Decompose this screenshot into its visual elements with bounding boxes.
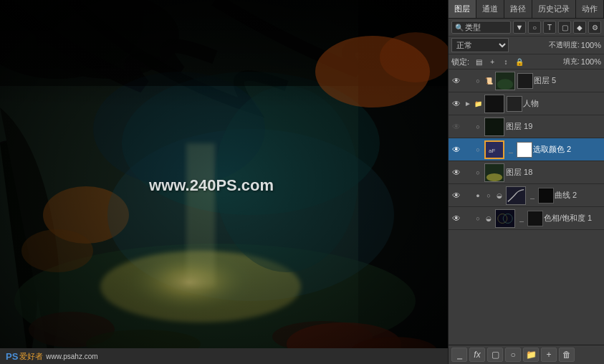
layers-list[interactable]: 👁 ○ 📜 图层 5 👁 ► 📁	[449, 70, 604, 345]
layer-icons: ○ 📜	[473, 76, 494, 86]
layer-item[interactable]: 👁 ○ ◒ ⎯ 色相/饱和度 1	[449, 207, 604, 230]
layer-name: 图层 5	[534, 75, 603, 86]
forest-background	[0, 0, 448, 364]
layer-icon: ○	[473, 122, 483, 132]
layer-icons: ● ○ ◒	[473, 191, 504, 201]
layer-thumbnail	[495, 209, 515, 228]
site-text: 爱好者	[19, 351, 43, 362]
layer-mask-thumbnail	[517, 73, 533, 89]
blend-row: 正常 溶解 正片叠底 滤色 不透明度: 100%	[449, 37, 604, 54]
add-adjustment-btn[interactable]: ○	[505, 348, 521, 362]
filter-icon-btn1[interactable]: ○	[528, 21, 541, 34]
layer-fx-icon: 📜	[484, 76, 494, 86]
layer-visibility-icon[interactable]: 👁	[450, 168, 463, 178]
bottom-bar: PS 爱好者 www.psahz.com	[0, 348, 448, 364]
layer-thumbnail	[506, 186, 526, 205]
layer-mask-thumbnail	[538, 188, 554, 203]
layer-icons: ○ ◒	[473, 214, 494, 224]
layer-thumbnail: aF	[484, 140, 504, 159]
opacity-value[interactable]: 100%	[581, 41, 601, 49]
layer-name: 色相/饱和度 1	[544, 213, 603, 224]
delete-layer-btn[interactable]: 🗑	[559, 348, 575, 362]
layer-visibility-icon[interactable]: 👁	[450, 76, 463, 86]
opacity-label: 不透明度:	[549, 40, 580, 50]
svg-point-27	[497, 79, 513, 90]
layer-item[interactable]: 👁 ○ 📜 图层 5	[449, 70, 604, 92]
filter-input[interactable]	[465, 23, 494, 32]
layer-visibility-icon[interactable]: 👁	[450, 145, 463, 155]
layer-icons: ○	[473, 122, 483, 132]
lock-transparency-btn[interactable]: ▤	[473, 56, 484, 67]
layer-name: 曲线 2	[555, 190, 603, 201]
layer-icon2: ○	[484, 191, 494, 201]
layer-icon: ●	[473, 191, 483, 201]
svg-point-34	[486, 173, 502, 181]
layer-visibility-icon[interactable]: 👁	[450, 214, 463, 224]
filter-icon-btn2[interactable]: T	[543, 21, 556, 34]
filter-icon-btn3[interactable]: ▢	[558, 21, 571, 34]
lock-all-btn[interactable]: 🔒	[514, 56, 525, 67]
svg-rect-30	[485, 118, 504, 135]
panel-tabs: 图层 通道 路径 历史记录 动作	[449, 0, 604, 19]
tab-paths[interactable]: 路径	[504, 0, 532, 18]
bottom-actions: ⎯ fx ▢ ○ 📁 + 🗑	[449, 345, 604, 364]
site-url: www.psahz.com	[46, 353, 97, 360]
layer-thumbnail	[484, 95, 504, 113]
layer-visibility-icon[interactable]: 👁	[450, 191, 463, 201]
fill-row: 填充: 100%	[563, 57, 601, 67]
search-icon: 🔍	[455, 24, 464, 32]
layer-chain-link: ⎯	[517, 214, 527, 222]
tab-history[interactable]: 历史记录	[532, 0, 576, 18]
layer-visibility-icon[interactable]: 👁	[450, 122, 463, 132]
layer-item[interactable]: 👁 ○ 图层 18	[449, 161, 604, 184]
opacity-row: 不透明度: 100%	[549, 40, 601, 50]
layer-group-icon: 📁	[473, 99, 483, 109]
layer-mask-thumbnail	[517, 142, 532, 158]
layer-name: 人物	[523, 98, 603, 109]
filter-row: 🔍 ▼ ○ T ▢ ◆ ⚙	[449, 19, 604, 37]
fx-btn[interactable]: fx	[469, 348, 485, 362]
add-mask-btn[interactable]: ▢	[487, 348, 503, 362]
layer-item[interactable]: 👁 ► 📁 人物	[449, 92, 604, 115]
layer-name: 图层 18	[506, 167, 603, 178]
lock-label: 锁定:	[451, 57, 469, 67]
tab-channels[interactable]: 通道	[476, 0, 504, 18]
layer-icon: ○	[473, 168, 483, 178]
layer-visibility-icon[interactable]: 👁	[450, 99, 463, 109]
add-group-btn[interactable]: 📁	[523, 348, 539, 362]
layer-icon: ○	[473, 145, 483, 155]
filter-icon-btn4[interactable]: ◆	[573, 21, 586, 34]
layer-thumbnail	[495, 72, 515, 90]
blend-mode-select[interactable]: 正常 溶解 正片叠底 滤色	[451, 38, 509, 52]
layer-icons: ○	[473, 145, 483, 155]
layer-icons: ○	[473, 168, 483, 178]
filter-icon-btn5[interactable]: ⚙	[588, 21, 601, 34]
filter-search-box[interactable]: 🔍	[451, 21, 511, 34]
layer-item[interactable]: 👁 ○ 图层 19	[449, 115, 604, 138]
ps-logo-text: PS	[6, 351, 18, 362]
canvas-area: www.240PS.com PS 爱好者 www.psahz.com	[0, 0, 448, 364]
fill-label: 填充:	[563, 57, 580, 67]
layer-item-active[interactable]: 👁 ○ aF ⎯ 选取颜色 2	[449, 138, 604, 161]
layer-link-icon: ○	[473, 76, 483, 86]
layer-chain-link: ⎯	[506, 145, 516, 153]
layer-item[interactable]: 👁 ● ○ ◒ ⎯ 曲线 2	[449, 184, 604, 207]
new-layer-btn[interactable]: +	[541, 348, 557, 362]
tab-actions[interactable]: 动作	[576, 0, 604, 18]
link-layers-btn[interactable]: ⎯	[451, 348, 467, 362]
svg-text:aF: aF	[489, 148, 495, 154]
layer-icon: ○	[473, 214, 483, 224]
layer-mask-thumbnail	[507, 96, 522, 112]
layer-expand-icon[interactable]: ►	[463, 100, 473, 107]
layer-name: 选取颜色 2	[533, 144, 603, 155]
fill-value[interactable]: 100%	[581, 57, 601, 66]
layer-name: 图层 19	[506, 121, 603, 132]
layer-icon2: ◒	[484, 214, 494, 224]
layer-thumbnail	[484, 163, 504, 182]
lock-move-btn[interactable]: ↕	[500, 56, 512, 67]
app: www.240PS.com PS 爱好者 www.psahz.com 图层 通道…	[0, 0, 604, 364]
tab-layers[interactable]: 图层	[449, 0, 476, 18]
filter-type-btn[interactable]: ▼	[513, 21, 526, 34]
lock-paint-btn[interactable]: +	[486, 56, 498, 67]
svg-rect-37	[496, 209, 514, 226]
